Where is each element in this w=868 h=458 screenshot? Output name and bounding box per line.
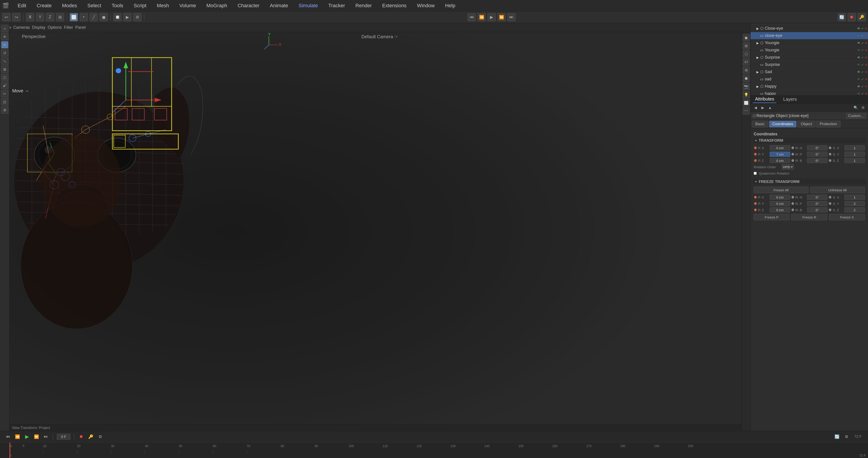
obj-item-surprise-leaf[interactable]: ▭ Surprise 👁 ✓ ✕	[750, 61, 868, 68]
layer-icon-btn[interactable]: ⊞	[743, 42, 750, 49]
fpy-value[interactable]	[770, 201, 790, 206]
obj-eye-icon2[interactable]: 👁	[857, 27, 860, 30]
keyframe-button[interactable]: 🔑	[858, 13, 866, 21]
camera-icon-btn[interactable]: 📷	[743, 83, 750, 90]
obj-check-icon3[interactable]: ✓	[861, 34, 864, 38]
freeze-p-button[interactable]: Freeze P	[754, 214, 789, 220]
tl-play-button[interactable]: ▶	[24, 433, 30, 440]
tl-loop-button[interactable]: 🔄	[834, 433, 840, 440]
tab-coordinates[interactable]: Coordinates	[769, 121, 797, 127]
paint-tool[interactable]: 🖌	[1, 82, 8, 89]
attr-search-btn[interactable]: 🔍	[852, 104, 859, 111]
menu-item-mesh[interactable]: Mesh	[155, 2, 171, 9]
transform-button[interactable]: ⊞	[56, 13, 64, 21]
scale-tool-button[interactable]: Y	[36, 13, 44, 21]
menu-item-render[interactable]: Render	[353, 2, 373, 9]
frp-value[interactable]	[807, 201, 828, 206]
render-button[interactable]: ⚙	[133, 13, 142, 21]
obj-check-icon2[interactable]: ✓	[861, 27, 864, 30]
obj-eye-icon3[interactable]: 👁	[857, 34, 860, 38]
tl-to-start-button[interactable]: ⏮	[4, 433, 11, 440]
rotate-tool-button[interactable]: Z	[46, 13, 54, 21]
sz-value[interactable]	[844, 158, 865, 163]
transform-tool[interactable]: ⊞	[1, 66, 8, 73]
record-button[interactable]: ⏺	[848, 13, 856, 21]
tl-to-end-button[interactable]: ⏭	[42, 433, 49, 440]
active-move-tool[interactable]: ↔	[1, 41, 8, 49]
redo-button[interactable]: ↪	[12, 13, 20, 21]
timeline-ruler[interactable]: 0 F 10 20 30 40 50 60 70 80 90 100 110 1…	[0, 442, 868, 458]
rp-value[interactable]	[807, 152, 828, 157]
freeze-s-button[interactable]: Freeze S	[829, 214, 865, 220]
tl-auto-key-button[interactable]: ⚙	[97, 433, 104, 440]
fsz-value[interactable]	[844, 207, 865, 212]
obj-item-surprise-group[interactable]: ▶ ⬡ Surprise 👁 ✓ ✕	[750, 54, 868, 61]
px-value[interactable]	[770, 145, 790, 150]
current-frame-input[interactable]	[57, 434, 70, 440]
tab-layers[interactable]: Layers	[781, 96, 799, 103]
obj-item-youngie-group[interactable]: ▶ ⬡ Youngie 👁 ✓ ✕	[750, 39, 868, 47]
tab-protection[interactable]: Protection	[816, 121, 840, 127]
object-icon-btn[interactable]: ⬜	[743, 99, 750, 106]
spline-icon-btn[interactable]: 〰	[743, 107, 750, 115]
tl-key-button[interactable]: 🔑	[87, 433, 94, 440]
menu-item-script[interactable]: Script	[132, 2, 148, 9]
sy-value[interactable]	[844, 152, 865, 157]
obj-item-youngie-leaf[interactable]: ▭ Youngie 👁 ✓ ✕	[750, 47, 868, 54]
poly-mode-button[interactable]: ◼	[100, 13, 108, 21]
rb-value[interactable]	[807, 158, 828, 163]
attr-forward-btn[interactable]: ▶	[760, 104, 766, 111]
obj-item-close-eye-group[interactable]: ▶ ⬡ Close-eye 👁 ✓ ✕	[750, 25, 868, 32]
menu-item-create[interactable]: Create	[35, 2, 54, 9]
menu-item-modes[interactable]: Modes	[60, 2, 79, 9]
attr-back-btn[interactable]: ◀	[752, 104, 759, 111]
loop-button[interactable]: 🔄	[838, 13, 846, 21]
bone-icon-btn[interactable]: ⚙	[743, 67, 750, 74]
tab-attributes[interactable]: Attributes	[753, 95, 776, 103]
menu-item-mograph[interactable]: MoGraph	[205, 2, 229, 9]
play-end-button[interactable]: ⏭	[507, 13, 516, 21]
attr-up-btn[interactable]: ▲	[767, 104, 773, 111]
tab-basic[interactable]: Basic	[752, 121, 768, 127]
obj-item-close-eye[interactable]: ▭ close-eye 👁 ✓ ✕	[750, 32, 868, 39]
undo-button[interactable]: ↩	[2, 13, 10, 21]
freeze-r-button[interactable]: Freeze R	[791, 214, 827, 220]
render-icon-btn[interactable]: ◼	[743, 34, 750, 41]
deform-icon-btn[interactable]: ⬟	[743, 75, 750, 82]
menu-item-extensions[interactable]: Extensions	[380, 2, 408, 9]
menu-item-select[interactable]: Select	[86, 2, 103, 9]
play-back-button[interactable]: ⏮	[468, 13, 476, 21]
camera-tool[interactable]: 🎥	[1, 74, 8, 81]
tab-object[interactable]: Object	[797, 121, 815, 127]
rotation-order-select[interactable]: HPB	[782, 164, 794, 170]
freeze-all-button[interactable]: Freeze All	[754, 187, 808, 193]
menu-item-tools[interactable]: Tools	[110, 2, 125, 9]
object-mode-button[interactable]: ⬜	[70, 13, 78, 21]
play-prev-button[interactable]: ⏪	[477, 13, 486, 21]
tl-settings-button[interactable]: ⚙	[843, 433, 850, 440]
quaternion-checkbox[interactable]	[754, 172, 757, 175]
play-next-button[interactable]: ⏩	[497, 13, 506, 21]
frb-value[interactable]	[807, 207, 828, 212]
tl-record-button[interactable]: ⏺	[78, 433, 85, 440]
rotate-tool[interactable]: ↺	[1, 49, 8, 57]
menu-item-volume[interactable]: Volume	[178, 2, 198, 9]
tag-icon-btn[interactable]: 🏷	[743, 58, 750, 66]
tl-next-button[interactable]: ⏩	[33, 433, 40, 440]
py-value[interactable]	[770, 152, 790, 157]
rh-value[interactable]	[807, 145, 828, 150]
obj-item-happy-leaf[interactable]: ▭ happy 👁 ✓ ✕	[750, 90, 868, 95]
move-tool[interactable]: ✛	[1, 33, 8, 40]
menu-item-edit[interactable]: Edit	[16, 2, 28, 9]
obj-item-sad-leaf[interactable]: ▭ sad 👁 ✓ ✕	[750, 75, 868, 83]
point-mode-button[interactable]: •	[80, 13, 88, 21]
menu-item-character[interactable]: Character	[236, 2, 261, 9]
obj-item-happy-group[interactable]: ▶ ⬡ Happy 👁 ✓ ✕	[750, 83, 868, 90]
viewport[interactable]: X Y Perspective Default Camera ☞ Move → …	[9, 32, 750, 431]
knife-tool[interactable]: ✂	[1, 90, 8, 97]
menu-item-tracker[interactable]: Tracker	[327, 2, 347, 9]
menu-item-help[interactable]: Help	[443, 2, 457, 9]
fsx-value[interactable]	[844, 195, 865, 200]
fsy-value[interactable]	[844, 201, 865, 206]
sx-value[interactable]	[844, 145, 865, 150]
